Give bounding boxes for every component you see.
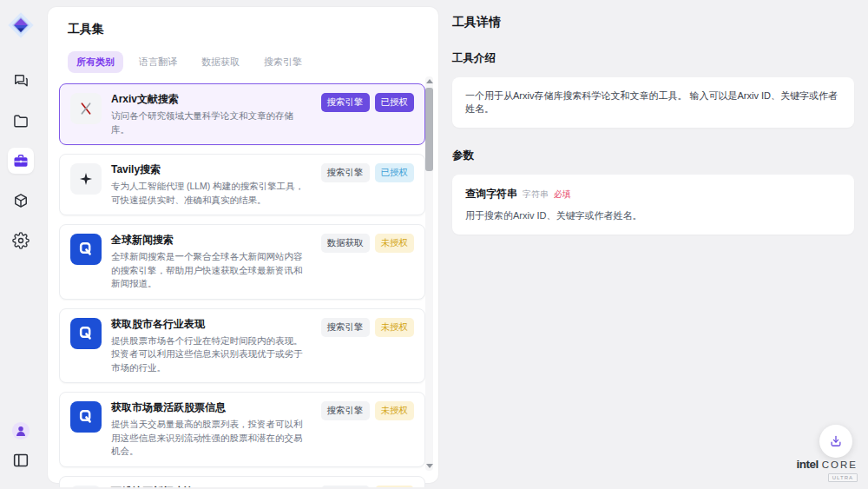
ultra-badge: ultra [828,473,858,482]
auth-status-badge: 已授权 [375,93,415,112]
tool-card[interactable]: 获取股市各行业表现 提供股票市场各个行业在特定时间段内的表现。投资者可以利用这些… [59,308,425,384]
download-button[interactable] [819,425,852,458]
tool-title: Arxiv文献搜索 [111,93,312,106]
gear-icon [12,232,30,249]
app-logo-icon [6,10,36,40]
auth-status-badge: 未授权 [375,486,415,488]
tool-description: 全球新闻搜索是一个聚合全球各大新闻网站内容的搜索引擎，帮助用户快速获取全球最新资… [111,250,312,291]
tool-card[interactable]: 万维地区新闻查询 查询具体行政区划内的新闻，快速了解各地新闻动 搜索引擎 未授权 [59,476,425,488]
sidebar-item-collapse[interactable] [10,449,32,472]
tab-translation[interactable]: 语言翻译 [130,51,186,73]
sidebar-item-files[interactable] [8,108,34,134]
category-badge: 搜索引擎 [321,486,370,488]
tool-title: 全球新闻搜索 [111,234,312,247]
param-head: 查询字符串 字符串 必填 [465,187,841,202]
panel-toggle-icon [11,451,30,470]
param-description: 用于搜索的Arxiv ID、关键字或作者姓名。 [465,209,841,222]
details-panel: 工具详情 工具介绍 一个用于从Arxiv存储库搜索科学论文和文章的工具。 输入可… [438,0,868,489]
tool-description: 专为人工智能代理 (LLM) 构建的搜索引擎工具，可快速提供实时、准确和真实的结… [111,180,312,207]
tool-title: 获取市场最活跃股票信息 [111,401,312,414]
sidebar-bottom [10,420,32,472]
category-tabs: 所有类别语言翻译数据获取搜索引擎 [68,51,438,73]
tool-card[interactable]: Arxiv文献搜索 访问各个研究领域大量科学论文和文章的存储库。 搜索引擎 已授… [59,83,425,145]
auth-status-badge: 未授权 [375,318,415,337]
intel-wordmark: intel [797,458,819,471]
tab-all-categories[interactable]: 所有类别 [68,51,123,73]
tool-card[interactable]: 全球新闻搜索 全球新闻搜索是一个聚合全球各大新闻网站内容的搜索引擎，帮助用户快速… [59,224,425,300]
tool-card[interactable]: 获取市场最活跃股票信息 提供当天交易量最高的股票列表，投资者可以利用这些信息来识… [59,392,425,467]
scrollbar-thumb[interactable] [425,88,433,171]
intel-core-logo: intelcore ultra [797,457,858,482]
download-icon [828,433,844,449]
tab-search-engine[interactable]: 搜索引擎 [255,51,311,73]
category-badge: 搜索引擎 [321,318,370,337]
user-avatar-icon [11,421,30,440]
intro-card: 一个用于从Arxiv存储库搜索科学论文和文章的工具。 输入可以是Arxiv ID… [452,77,854,128]
sparkle-icon [70,163,102,195]
chat-icon [12,72,30,89]
scroll-up-icon[interactable] [426,79,433,83]
sidebar [0,0,42,489]
core-wordmark: core [822,459,858,470]
sidebar-nav [8,68,34,254]
sidebar-item-tools[interactable] [8,148,34,174]
blue-q-icon [70,401,102,433]
tool-description: 访问各个研究领域大量科学论文和文章的存储库。 [111,109,312,136]
scroll-down-icon[interactable] [426,464,433,468]
blue-q-icon [70,234,102,265]
intro-text: 一个用于从Arxiv存储库搜索科学论文和文章的工具。 输入可以是Arxiv ID… [465,89,841,116]
intro-heading: 工具介绍 [452,51,854,66]
param-card: 查询字符串 字符串 必填 用于搜索的Arxiv ID、关键字或作者姓名。 [452,175,854,235]
category-badge: 搜索引擎 [321,93,370,112]
tool-title: Tavily搜索 [111,163,312,176]
param-required-badge: 必填 [554,188,571,201]
auth-status-badge: 已授权 [375,163,415,182]
app-window: 工具集 所有类别语言翻译数据获取搜索引擎 Arxiv文献搜索 访问各个研究领域大… [0,0,868,489]
category-badge: 搜索引擎 [321,163,370,182]
tool-card[interactable]: Tavily搜索 专为人工智能代理 (LLM) 构建的搜索引擎工具，可快速提供实… [59,154,425,215]
sidebar-item-chat[interactable] [8,68,34,94]
sidebar-item-profile[interactable] [10,420,32,442]
newspaper-icon [70,486,102,488]
auth-status-badge: 未授权 [375,234,415,253]
blue-q-icon [70,318,102,349]
auth-status-badge: 未授权 [375,401,415,420]
sidebar-item-models[interactable] [8,188,34,214]
scrollbar[interactable] [425,76,433,471]
page-title: 工具集 [68,22,438,37]
tool-title: 获取股市各行业表现 [111,318,312,331]
tool-title: 万维地区新闻查询 [111,486,312,488]
tool-card-list: Arxiv文献搜索 访问各个研究领域大量科学论文和文章的存储库。 搜索引擎 已授… [59,83,425,487]
arxiv-icon [70,93,102,124]
category-badge: 搜索引擎 [321,401,370,420]
tab-data-acquisition[interactable]: 数据获取 [193,51,248,73]
param-name: 查询字符串 [465,187,517,202]
tools-panel: 工具集 所有类别语言翻译数据获取搜索引擎 Arxiv文献搜索 访问各个研究领域大… [48,7,438,483]
sidebar-item-settings[interactable] [8,228,34,254]
details-title: 工具详情 [452,15,854,30]
tool-description: 提供当天交易量最高的股票列表，投资者可以利用这些信息来识别流动性强的股票和潜在的… [111,418,312,459]
tool-description: 提供股票市场各个行业在特定时间段内的表现。投资者可以利用这些信息来识别表现优于或… [111,334,312,375]
params-heading: 参数 [452,149,854,163]
category-badge: 数据获取 [321,234,370,253]
toolbox-icon [12,152,30,169]
folder-icon [12,112,30,129]
param-type: 字符串 [523,188,549,201]
cube-icon [12,192,30,209]
